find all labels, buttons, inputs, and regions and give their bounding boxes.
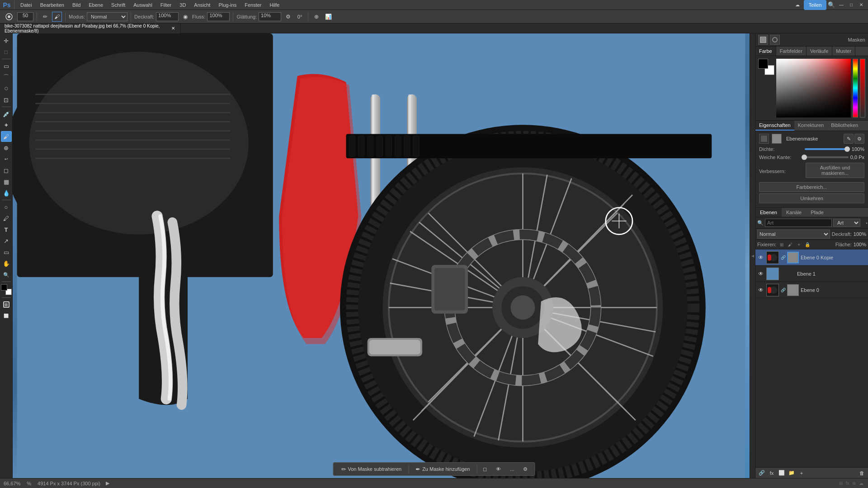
hand-tool[interactable]: ✋ <box>1 258 12 269</box>
foreground-color-swatch[interactable] <box>1 284 7 291</box>
arrange-icon[interactable]: ⊞ <box>839 481 843 486</box>
menu-bearbeiten[interactable]: Bearbeiten <box>37 1 68 9</box>
document-tab[interactable]: bike-3073082 nattapol deejitwasin auf Pi… <box>0 23 181 33</box>
filter-pixel-icon[interactable]: ▪ <box>863 219 868 227</box>
layers-search-input[interactable] <box>765 219 832 227</box>
mask-more-button[interactable]: ... <box>507 465 517 473</box>
deckraft-input[interactable]: 100% <box>156 12 179 21</box>
foreground-color-picker[interactable] <box>758 59 768 69</box>
tab-pfade[interactable]: Pfade <box>806 208 828 217</box>
vector-layer-icon[interactable] <box>770 35 780 45</box>
hue-slider[interactable] <box>853 59 858 117</box>
weiche-kante-slider[interactable] <box>803 156 849 158</box>
add-mask-button[interactable]: ⬜ <box>777 469 786 478</box>
clone-tool[interactable]: ⊕ <box>1 142 12 153</box>
layer-visibility-toggle[interactable]: 👁 <box>757 270 764 277</box>
cloud-icon[interactable]: ☁ <box>791 0 804 10</box>
fx-status-icon[interactable]: fx <box>846 481 849 486</box>
alpha-slider[interactable] <box>860 59 865 117</box>
symmetry-icon[interactable]: ⊕ <box>311 12 321 22</box>
layer-link-icon[interactable]: 🔗 <box>781 288 785 292</box>
tab-kanaele[interactable]: Kanäle <box>782 208 806 217</box>
maximize-button[interactable]: □ <box>846 0 856 10</box>
panel-collapse-handle[interactable]: ◀ <box>750 33 755 478</box>
rectangular-select-tool[interactable]: ▭ <box>1 61 12 71</box>
path-select-tool[interactable]: ↗ <box>1 235 12 246</box>
lasso-tool[interactable]: ⌒ <box>1 72 12 83</box>
lock-position-icon[interactable]: ⊞ <box>778 241 785 248</box>
status-right-icon[interactable]: ⊕ <box>852 481 856 486</box>
brush-normal-icon[interactable]: ✏ <box>40 12 50 22</box>
status-arrow[interactable]: ▶ <box>106 480 109 486</box>
move-tool[interactable]: ✛ <box>1 35 12 46</box>
tool-preset-picker[interactable] <box>3 10 15 23</box>
close-button[interactable]: ✕ <box>856 0 866 10</box>
mask-settings-button[interactable]: ⚙ <box>520 465 531 474</box>
eraser-tool[interactable]: ◻ <box>1 165 12 176</box>
tab-verlaeufe[interactable]: Verläufe <box>807 47 832 56</box>
menu-bild[interactable]: Bild <box>69 1 84 9</box>
new-layer-button[interactable]: + <box>797 469 806 478</box>
subtract-from-mask-button[interactable]: ✏ Von Maske subtrahieren <box>337 465 406 474</box>
add-style-button[interactable]: fx <box>767 469 776 478</box>
cloud-status-icon[interactable]: ☁ <box>859 481 863 486</box>
healing-tool[interactable]: ✚ <box>1 120 12 131</box>
layer-visibility-toggle[interactable]: 👁 <box>757 254 764 261</box>
dodge-tool[interactable]: ○ <box>1 202 12 212</box>
history-brush-tool[interactable]: ↩ <box>1 154 12 164</box>
minimize-button[interactable]: — <box>836 0 846 10</box>
menu-ebene[interactable]: Ebene <box>85 1 107 9</box>
layer-item[interactable]: 👁 Ebene 1 <box>755 266 868 282</box>
fluss-input[interactable]: 100% <box>207 12 230 21</box>
mask-options-icon[interactable]: ⚙ <box>854 134 864 144</box>
menu-fenster[interactable]: Fenster <box>241 1 265 9</box>
layers-kind-filter[interactable]: Art Name Effekt <box>833 219 860 227</box>
delete-layer-button[interactable]: 🗑 <box>857 469 866 478</box>
tab-close-button[interactable]: ✕ <box>170 25 176 32</box>
blend-mode-select[interactable]: Normal Multiplizieren Abdunkeln <box>757 230 830 239</box>
menu-schrift[interactable]: Schrift <box>108 1 129 9</box>
pixel-layer-icon[interactable] <box>758 35 768 45</box>
layer-item[interactable]: 👁 🔗 Ebene 0 Kopie <box>755 249 868 266</box>
ausfuellen-button[interactable]: Ausfüllen und maskieren... <box>806 163 864 178</box>
zoom-tool[interactable]: 🔍 <box>1 269 12 280</box>
menu-filter[interactable]: Filter <box>157 1 175 9</box>
tab-farbfelder[interactable]: Farbfelder <box>776 47 807 56</box>
blur-tool[interactable]: 💧 <box>1 188 12 198</box>
farbbereich-button[interactable]: Farbbereich... <box>759 182 864 192</box>
lock-artboard-icon[interactable]: + <box>795 241 802 248</box>
pen-tool[interactable]: 🖊 <box>1 213 12 224</box>
layer-visibility-toggle[interactable]: 👁 <box>757 286 764 294</box>
brush-tool[interactable]: 🖌 <box>1 131 12 142</box>
menu-3d[interactable]: 3D <box>176 1 189 9</box>
brush-mode-icon[interactable]: 🖌 <box>52 12 62 22</box>
lock-pixel-icon[interactable]: 🖌 <box>787 241 794 248</box>
brush-size-input[interactable]: 50 <box>17 12 33 21</box>
mask-visibility-button[interactable]: 👁 <box>493 465 504 473</box>
menu-datei[interactable]: Datei <box>17 1 36 9</box>
menu-hilfe[interactable]: Hilfe <box>266 1 283 9</box>
search-icon[interactable]: 🔍 <box>826 0 836 10</box>
tab-muster[interactable]: Muster <box>832 47 855 56</box>
canvas-area[interactable] <box>13 33 750 478</box>
crop-tool[interactable]: ⊡ <box>1 94 12 105</box>
layer-link-icon[interactable]: 🔗 <box>781 255 785 260</box>
tab-eigenschaften[interactable]: Eigenschaften <box>755 121 794 131</box>
share-icon[interactable]: Teilen <box>804 0 826 10</box>
pressure-icon[interactable]: 📊 <box>323 12 333 22</box>
glaettung-input[interactable]: 10% <box>259 12 281 21</box>
link-layers-button[interactable]: 🔗 <box>757 469 766 478</box>
lock-all-icon[interactable]: 🔒 <box>804 241 811 248</box>
quick-mask-icon[interactable] <box>1 299 12 310</box>
menu-plugins[interactable]: Plug-ins <box>215 1 240 9</box>
menu-auswahl[interactable]: Auswahl <box>130 1 156 9</box>
type-tool[interactable]: T <box>1 224 12 235</box>
tab-ebenen[interactable]: Ebenen <box>755 208 782 217</box>
airbrush-icon[interactable]: ◉ <box>180 12 190 22</box>
umkehren-button[interactable]: Umkehren <box>759 193 864 203</box>
screen-mode-icon[interactable]: ⬜ <box>1 310 12 321</box>
quick-select-tool[interactable]: ⬡ <box>1 83 12 94</box>
mask-edit-icon[interactable]: ✎ <box>844 134 854 144</box>
color-gradient-field[interactable] <box>776 59 851 117</box>
glaettung-settings-icon[interactable]: ⚙ <box>283 12 293 22</box>
